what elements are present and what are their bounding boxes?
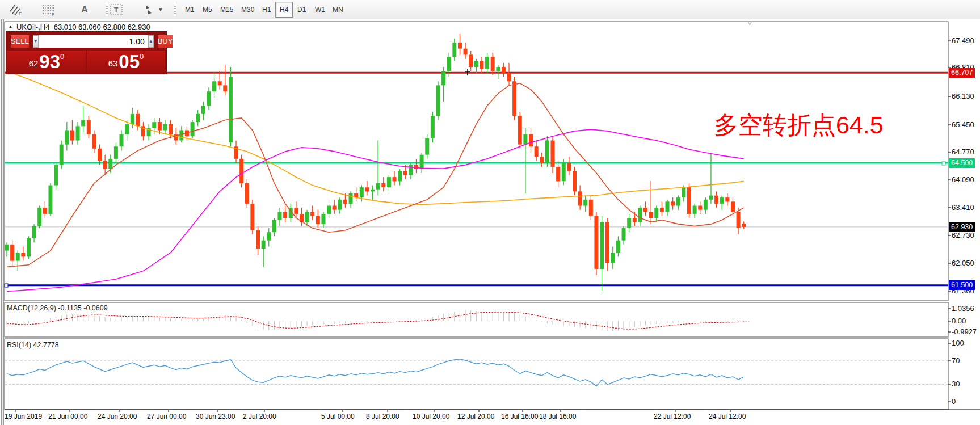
- candle-body: [191, 122, 195, 136]
- bid-price-whole: 62: [29, 56, 39, 71]
- bid-price[interactable]: 62930: [7, 51, 86, 73]
- candle-body: [163, 124, 167, 131]
- candle-body: [152, 122, 156, 128]
- candle-body: [458, 43, 462, 49]
- candle-body: [409, 165, 413, 175]
- text-label-icon[interactable]: A: [76, 2, 93, 16]
- candle-body: [120, 134, 124, 147]
- rsi-value: 42.7778: [33, 341, 59, 349]
- candle-body: [518, 116, 522, 144]
- collapse-icon[interactable]: ▲: [8, 24, 13, 30]
- candle-body: [87, 120, 91, 134]
- candle-body: [245, 183, 249, 204]
- candle-body: [387, 177, 391, 187]
- svg-text:T: T: [114, 6, 119, 14]
- bid-price-pips: 93: [39, 52, 60, 71]
- timeframe-m5[interactable]: M5: [198, 2, 217, 18]
- candle-body: [327, 206, 331, 214]
- candle-body: [535, 146, 539, 157]
- candle-body: [223, 85, 227, 91]
- date-axis-label: 27 Jun 00:00: [147, 413, 186, 420]
- candle-body: [682, 187, 685, 197]
- candle-body: [725, 197, 729, 201]
- ask-price-point: 0: [140, 53, 144, 60]
- candle-body: [398, 171, 402, 181]
- candle-body: [403, 171, 407, 175]
- candle-body: [316, 216, 320, 224]
- timeframe-h1[interactable]: H1: [258, 2, 275, 18]
- chart-text-annotation[interactable]: 多空转折点64.5: [714, 109, 918, 142]
- chart-shift-marker-icon[interactable]: ▿: [748, 19, 752, 27]
- candle-body: [371, 190, 375, 192]
- candle-body: [523, 134, 527, 145]
- ask-price-whole: 63: [108, 56, 118, 71]
- candle-body: [321, 214, 325, 224]
- timeframe-h4[interactable]: H4: [275, 2, 293, 18]
- candle-body: [81, 120, 85, 127]
- candle-body: [643, 208, 647, 212]
- timeframe-mn[interactable]: MN: [328, 2, 348, 18]
- candle-body: [278, 212, 282, 220]
- candle-body: [98, 149, 102, 161]
- candle-body: [676, 197, 680, 205]
- candle-body: [272, 220, 276, 233]
- toolbar-drag-handle[interactable]: [174, 3, 176, 16]
- candle-body: [742, 224, 746, 227]
- candle-body: [37, 208, 41, 226]
- candle-body: [583, 200, 587, 206]
- trading-terminal-window: E F A T ▼ M1M5M15M30H1H4D1W1MN ▲UKOil-,H…: [0, 0, 980, 425]
- candle-body: [512, 81, 516, 116]
- price-axis-label: 64.770: [952, 148, 974, 156]
- fibonacci-retracement-icon[interactable]: F: [41, 2, 58, 16]
- candle-body: [365, 187, 369, 191]
- candle-body: [360, 187, 364, 197]
- price-axis-label: 65.450: [952, 120, 974, 129]
- equidistant-channel-icon[interactable]: E: [8, 2, 25, 16]
- candle-body: [250, 204, 254, 230]
- candle-body: [605, 222, 609, 263]
- volume-increase-button[interactable]: ▲: [148, 35, 154, 48]
- date-axis-label: 5 Jul 00:00: [321, 413, 355, 420]
- timeframe-m1[interactable]: M1: [180, 2, 199, 18]
- price-axis-label: 62.730: [952, 231, 974, 239]
- ohlc-low: 62.880: [103, 23, 125, 31]
- symbol-header: ▲UKOil-,H4 63.010 63.060 62.880 62.930: [8, 23, 150, 31]
- volume-input[interactable]: [39, 35, 148, 48]
- candle-body: [649, 212, 653, 218]
- toolbar: E F A T ▼ M1M5M15M30H1H4D1W1MN: [0, 0, 980, 19]
- arrows-icon[interactable]: [141, 2, 158, 16]
- svg-text:E: E: [19, 11, 22, 16]
- candle-body: [229, 77, 233, 142]
- timeframe-d1[interactable]: D1: [293, 2, 310, 18]
- candle-body: [627, 218, 631, 228]
- dropdown-caret-icon[interactable]: ▼: [157, 2, 165, 16]
- price-tag-61.500: 61.500: [949, 280, 975, 290]
- window-left-edge: [0, 19, 4, 425]
- candle-body: [218, 81, 222, 85]
- candle-body: [10, 245, 14, 261]
- ask-price[interactable]: 63050: [87, 51, 165, 73]
- candle-body: [201, 106, 205, 113]
- date-axis-label: 24 Jul 12:00: [709, 413, 746, 420]
- candle-body: [262, 241, 266, 249]
- candle-body: [48, 186, 52, 214]
- sell-button[interactable]: SELL: [11, 35, 29, 48]
- candle-body: [349, 193, 353, 204]
- toolbar-drag-handle[interactable]: [106, 3, 108, 16]
- price-tag-64.500: 64.500: [949, 158, 975, 168]
- svg-text:F: F: [52, 12, 54, 16]
- ask-price-pips: 05: [119, 52, 140, 71]
- timeframe-w1[interactable]: W1: [310, 2, 330, 18]
- buy-button[interactable]: BUY: [158, 35, 173, 48]
- candle-body: [420, 155, 424, 169]
- date-axis-label: 21 Jun 00:00: [48, 413, 87, 420]
- timeframe-m15[interactable]: M15: [216, 2, 238, 18]
- timeframe-m30[interactable]: M30: [237, 2, 259, 18]
- candle-body: [60, 145, 64, 165]
- candle-body: [540, 157, 544, 163]
- volume-decrease-button[interactable]: ▼: [33, 35, 39, 48]
- text-box-icon[interactable]: T: [108, 2, 125, 16]
- candle-body: [376, 183, 380, 190]
- price-axis-label: 64.090: [952, 175, 974, 184]
- macd-axis-label: 1.0356: [952, 304, 974, 313]
